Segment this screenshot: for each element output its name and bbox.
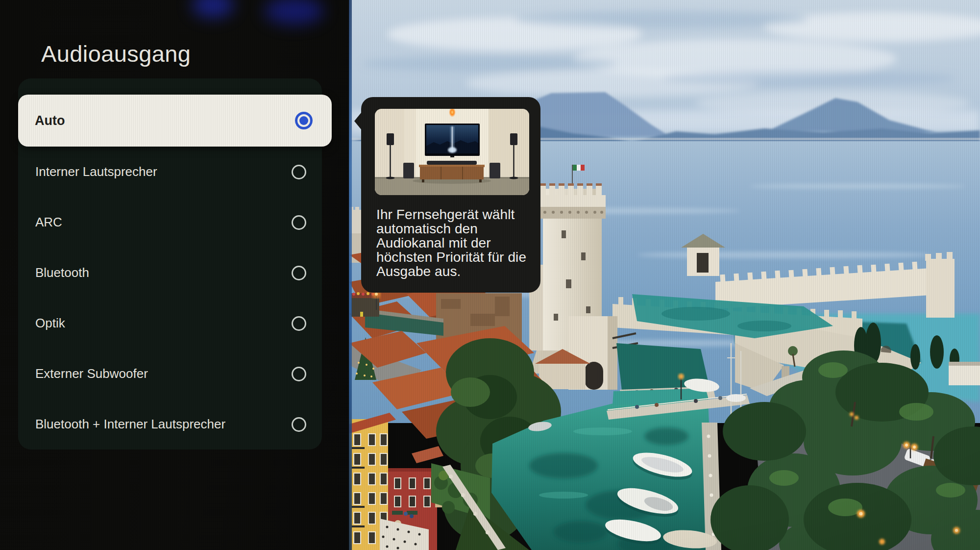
option-optik[interactable]: Optik: [18, 298, 322, 349]
option-label: Optik: [35, 316, 65, 331]
radio-unselected-bluetooth-interner-lautsprecher[interactable]: [292, 417, 306, 432]
radio-unselected-optik[interactable]: [292, 316, 306, 331]
option-auto[interactable]: Auto: [18, 95, 332, 147]
audio-output-panel: Audioausgang AutoInterner LautsprecherAR…: [0, 0, 349, 550]
option-label: Bluetooth + Interner Lautsprecher: [35, 417, 225, 432]
page-title: Audioausgang: [41, 40, 191, 67]
radio-selected-auto[interactable]: [295, 112, 313, 129]
option-info-tooltip: Ihr Fernsehgerät wählt automatisch den A…: [361, 97, 540, 293]
option-interner-lautsprecher[interactable]: Interner Lautsprecher: [18, 147, 322, 197]
option-label: Auto: [35, 113, 65, 128]
screen-glare-blue-right: [265, 0, 323, 25]
screen-glare-blue-left: [192, 0, 234, 18]
tooltip-description: Ihr Fernsehgerät wählt automatisch den A…: [376, 207, 532, 278]
option-bluetooth[interactable]: Bluetooth: [18, 248, 322, 298]
radio-unselected-bluetooth[interactable]: [292, 266, 306, 280]
panel-edge-glow: [349, 0, 352, 550]
option-bluetooth-interner-lautsprecher[interactable]: Bluetooth + Interner Lautsprecher: [18, 399, 322, 450]
audio-options-list: AutoInterner LautsprecherARCBluetoothOpt…: [18, 78, 322, 450]
radio-unselected-arc[interactable]: [292, 215, 306, 230]
option-label: Externer Subwoofer: [35, 366, 148, 381]
tv-settings-screen: Audioausgang AutoInterner LautsprecherAR…: [0, 0, 980, 550]
tv-speaker-setup-illustration: [375, 109, 529, 195]
option-externer-subwoofer[interactable]: Externer Subwoofer: [18, 349, 322, 399]
option-arc[interactable]: ARC: [18, 197, 322, 248]
option-label: Interner Lautsprecher: [35, 164, 157, 179]
radio-unselected-interner-lautsprecher[interactable]: [292, 165, 306, 179]
option-label: ARC: [35, 215, 62, 230]
option-label: Bluetooth: [35, 265, 89, 280]
radio-dot: [299, 116, 308, 125]
radio-unselected-externer-subwoofer[interactable]: [292, 367, 306, 381]
tooltip-arrow: [354, 113, 361, 129]
